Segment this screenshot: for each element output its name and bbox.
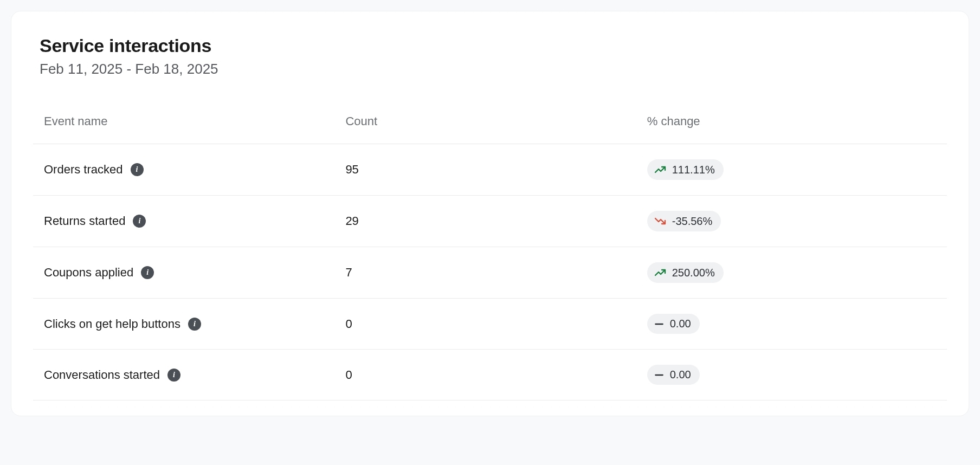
events-table: Event name Count % change Orders tracked…: [33, 106, 947, 401]
table-header-row: Event name Count % change: [33, 106, 947, 144]
change-badge: 111.11%: [647, 159, 724, 180]
event-name-label: Conversations started: [44, 368, 160, 382]
change-value: 0.00: [670, 369, 691, 381]
event-name-label: Coupons applied: [44, 266, 133, 280]
service-interactions-card: Service interactions Feb 11, 2025 - Feb …: [11, 11, 969, 416]
cell-count: 29: [334, 196, 636, 247]
info-icon[interactable]: i: [133, 215, 146, 228]
table-row: Conversations startedi00.00: [33, 350, 947, 401]
col-event-name: Event name: [33, 106, 334, 144]
col-change: % change: [636, 106, 947, 144]
cell-change: 111.11%: [636, 144, 947, 196]
info-icon[interactable]: i: [141, 266, 154, 279]
event-name-label: Orders tracked: [44, 163, 123, 177]
change-badge: 250.00%: [647, 262, 724, 283]
cell-count: 0: [334, 299, 636, 350]
cell-count: 7: [334, 247, 636, 299]
change-value: 0.00: [670, 318, 691, 330]
cell-event-name: Orders trackedi: [33, 144, 334, 196]
cell-change: 250.00%: [636, 247, 947, 299]
trend-up-icon: [654, 266, 667, 279]
table-row: Coupons appliedi7250.00%: [33, 247, 947, 299]
table-row: Returns startedi29-35.56%: [33, 196, 947, 247]
cell-event-name: Conversations startedi: [33, 350, 334, 401]
table-row: Clicks on get help buttonsi00.00: [33, 299, 947, 350]
change-badge: 0.00: [647, 314, 700, 334]
info-icon[interactable]: i: [131, 163, 144, 176]
change-badge: 0.00: [647, 365, 700, 385]
info-icon[interactable]: i: [188, 318, 201, 331]
trend-neutral-icon: [654, 370, 665, 380]
cell-event-name: Clicks on get help buttonsi: [33, 299, 334, 350]
change-value: -35.56%: [672, 215, 713, 228]
cell-change: -35.56%: [636, 196, 947, 247]
table-row: Orders trackedi95111.11%: [33, 144, 947, 196]
date-range: Feb 11, 2025 - Feb 18, 2025: [40, 61, 947, 78]
cell-change: 0.00: [636, 350, 947, 401]
change-badge: -35.56%: [647, 211, 721, 231]
cell-event-name: Coupons appliedi: [33, 247, 334, 299]
cell-count: 95: [334, 144, 636, 196]
event-name-label: Returns started: [44, 214, 125, 228]
cell-change: 0.00: [636, 299, 947, 350]
trend-neutral-icon: [654, 319, 665, 330]
card-title: Service interactions: [40, 35, 947, 56]
info-icon[interactable]: i: [167, 369, 180, 382]
card-header: Service interactions Feb 11, 2025 - Feb …: [33, 35, 947, 78]
cell-count: 0: [334, 350, 636, 401]
event-name-label: Clicks on get help buttons: [44, 317, 180, 331]
cell-event-name: Returns startedi: [33, 196, 334, 247]
trend-up-icon: [654, 163, 667, 176]
change-value: 111.11%: [672, 164, 715, 176]
trend-down-icon: [654, 215, 667, 228]
change-value: 250.00%: [672, 267, 715, 279]
col-count: Count: [334, 106, 636, 144]
